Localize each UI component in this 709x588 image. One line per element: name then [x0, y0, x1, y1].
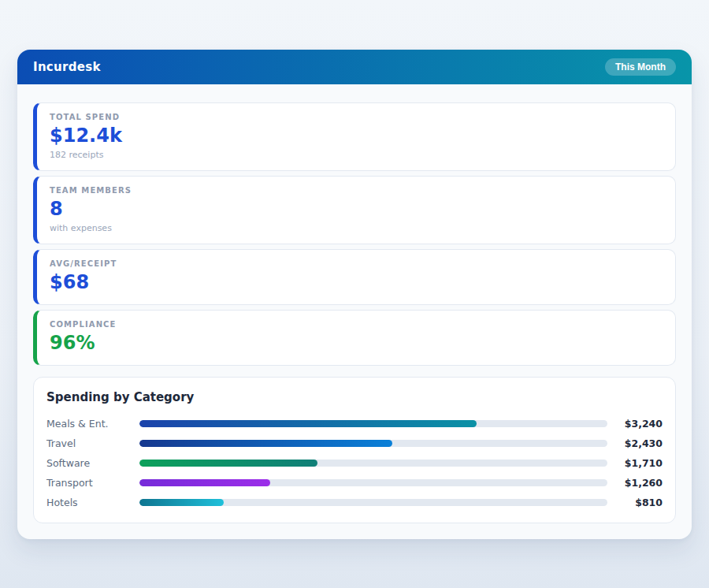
- chart-row: Travel$2,430: [46, 434, 663, 453]
- chart-category-label: Hotels: [46, 497, 139, 508]
- stat-card-total-spend: TOTAL SPEND $12.4k 182 receipts: [33, 102, 676, 171]
- dashboard-content: TOTAL SPEND $12.4k 182 receipts TEAM MEM…: [17, 84, 692, 523]
- stat-subtext: 182 receipts: [50, 150, 663, 160]
- stat-subtext: with expenses: [50, 223, 663, 233]
- stat-label: TOTAL SPEND: [50, 113, 663, 121]
- stat-value: 96%: [50, 333, 663, 353]
- time-range-badge[interactable]: This Month: [605, 58, 676, 76]
- chart-bar-fill: [139, 499, 224, 506]
- chart-row: Meals & Ent.$3,240: [46, 414, 663, 434]
- chart-value-label: $1,710: [607, 457, 663, 469]
- chart-value-label: $1,260: [607, 477, 663, 489]
- stat-card-avg-receipt: AVG/RECEIPT $68: [33, 249, 676, 305]
- chart-row: Software$1,710: [46, 453, 663, 473]
- chart-value-label: $2,430: [607, 437, 663, 449]
- stat-value: $12.4k: [50, 126, 663, 146]
- stat-label: COMPLIANCE: [50, 320, 663, 329]
- spending-by-category-card: Spending by Category Meals & Ent.$3,240T…: [33, 377, 676, 523]
- chart-bar-fill: [139, 479, 270, 486]
- chart-bar-fill: [139, 420, 477, 427]
- chart-bar-fill: [139, 460, 317, 467]
- chart-title: Spending by Category: [46, 390, 663, 404]
- chart-category-label: Meals & Ent.: [46, 418, 139, 430]
- chart-row: Transport$1,260: [46, 473, 663, 493]
- chart-category-label: Travel: [46, 437, 139, 449]
- chart-category-label: Software: [46, 457, 139, 469]
- stat-card-compliance: COMPLIANCE 96%: [33, 310, 676, 366]
- app-header: Incurdesk This Month: [17, 50, 692, 84]
- stat-card-team-members: TEAM MEMBERS 8 with expenses: [33, 176, 676, 244]
- chart-bar-track: [139, 479, 607, 486]
- stat-label: TEAM MEMBERS: [50, 186, 663, 195]
- page-background: { "theme": { "header_gradient_from": "#0…: [0, 0, 709, 588]
- category-bar-chart: Meals & Ent.$3,240Travel$2,430Software$1…: [46, 414, 663, 512]
- dashboard-panel: Incurdesk This Month TOTAL SPEND $12.4k …: [17, 50, 692, 539]
- chart-bar-track: [139, 499, 607, 506]
- chart-bar-track: [139, 440, 607, 447]
- app-title: Incurdesk: [33, 60, 101, 74]
- chart-bar-track: [139, 420, 607, 427]
- chart-row: Hotels$810: [46, 493, 663, 512]
- stat-value: $68: [50, 273, 663, 292]
- chart-bar-fill: [139, 440, 392, 447]
- chart-value-label: $810: [607, 497, 663, 508]
- chart-category-label: Transport: [46, 477, 139, 489]
- chart-bar-track: [139, 460, 607, 467]
- stat-label: AVG/RECEIPT: [50, 259, 663, 268]
- stat-value: 8: [50, 199, 663, 219]
- chart-value-label: $3,240: [607, 418, 663, 430]
